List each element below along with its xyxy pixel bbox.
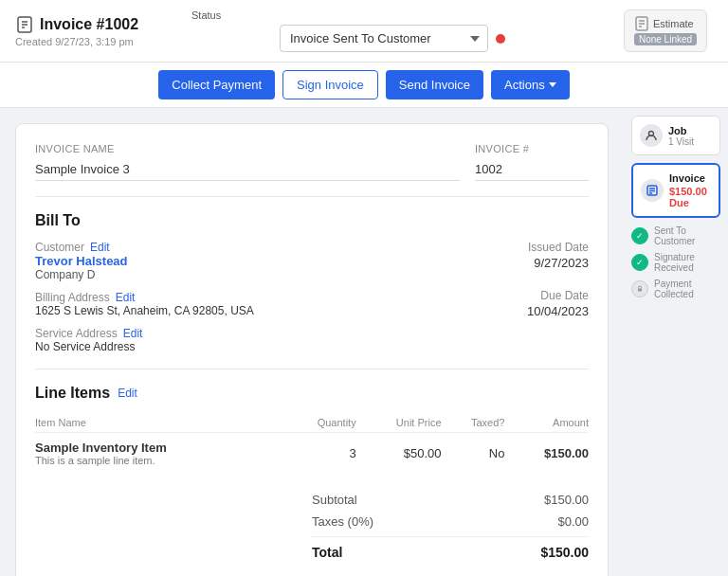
issued-date-value: 9/27/2023 [312,256,589,270]
total-row: Total $150.00 [312,536,589,564]
subtotal-label: Subtotal [312,493,357,507]
form-top-row: Invoice Name Invoice # [35,143,589,181]
estimate-icon [634,16,649,31]
created-date: Created 9/27/23, 3:19 pm [15,36,167,47]
service-address-edit-button[interactable]: Edit [123,327,143,340]
item-taxed: No [442,433,505,475]
item-name: Sample Inventory Item [35,441,282,455]
step-1-label: Sent To Customer [654,225,720,246]
invoice-card: Invoice Name Invoice # Bill To [15,123,609,576]
billing-address-label: Billing Address [35,291,110,304]
collect-payment-button[interactable]: Collect Payment [158,70,275,99]
billing-address-value: 1625 S Lewis St, Anaheim, CA 92805, USA [35,304,312,317]
status-select[interactable]: Invoice Sent To Customer [280,25,488,52]
invoice-icon [15,15,34,34]
invoice-card-header: Invoice $150.00 Due [641,172,711,208]
step-2-label: Signature Received [654,252,720,273]
job-card-subtitle: 1 Visit [668,136,694,147]
actions-button[interactable]: Actions [491,70,570,99]
invoice-title-text: Invoice #1002 [40,16,138,33]
total-label: Total [312,545,342,560]
header-center: Status Invoice Sent To Customer [182,9,603,52]
invoice-card-title: Invoice [669,172,711,184]
customer-label: Customer [35,241,84,254]
taxes-value: $0.00 [557,514,589,529]
sign-invoice-button[interactable]: Sign Invoice [282,70,378,99]
invoice-number-group: Invoice # [475,143,589,181]
right-sidebar: Job 1 Visit [624,108,728,576]
step-2-icon: ✓ [631,254,648,271]
item-desc: This is a sample line item. [35,455,282,466]
subtotal-row: Subtotal $150.00 [312,489,589,511]
app-layout: Invoice #1002 Created 9/27/23, 3:19 pm S… [0,0,728,576]
divider-1 [35,196,589,197]
due-date-value: 10/04/2023 [312,304,589,318]
divider-2 [35,369,589,369]
line-items-title: Line Items [35,385,110,402]
line-items-header: Line Items Edit [35,385,589,402]
workflow-step-1: ✓ Sent To Customer [631,225,720,246]
invoice-number-input[interactable] [475,158,589,181]
bill-right: Issued Date 9/27/2023 Due Date 10/04/202… [312,241,589,353]
estimate-title: Estimate [653,18,694,29]
item-unit-price: $50.00 [356,433,442,475]
subtotal-value: $150.00 [544,493,589,507]
company-name: Company D [35,268,312,281]
estimate-box: Estimate None Linked [624,9,707,52]
actions-bar: Collect Payment Sign Invoice Send Invoic… [0,63,728,108]
svg-rect-13 [638,289,642,292]
workflow-step-3: Payment Collected [631,279,720,299]
billing-address-edit-button[interactable]: Edit [116,291,136,304]
main-content: Invoice Name Invoice # Bill To [0,108,728,576]
bill-left: Customer Edit Trevor Halstead Company D … [35,241,312,353]
line-items-edit-button[interactable]: Edit [118,387,137,400]
billing-address-label-row: Billing Address Edit [35,291,312,304]
col-unit-price: Unit Price [356,413,442,433]
invoice-amount-due: $150.00 Due [669,186,711,208]
col-amount: Amount [504,413,589,433]
totals-section: Subtotal $150.00 Taxes (0%) $0.00 Total … [35,489,589,564]
step-1-icon: ✓ [631,227,648,244]
status-select-wrapper: Invoice Sent To Customer [280,25,505,52]
total-value: $150.00 [540,545,589,560]
invoice-name-label: Invoice Name [35,143,460,154]
customer-edit-button[interactable]: Edit [90,241,110,254]
header: Invoice #1002 Created 9/27/23, 3:19 pm S… [0,0,728,63]
job-card-title: Job [668,125,694,136]
job-icon [640,124,663,147]
issued-date-label: Issued Date [312,241,589,254]
item-name-cell: Sample Inventory Item This is a sample l… [35,433,282,475]
col-taxed: Taxed? [442,413,505,433]
due-date-label: Due Date [312,289,589,302]
invoice-body: Invoice Name Invoice # Bill To [0,108,624,576]
item-amount: $150.00 [504,433,589,475]
item-quantity: 3 [282,433,355,475]
job-card-header: Job 1 Visit [640,124,712,147]
send-invoice-button[interactable]: Send Invoice [386,70,483,99]
invoice-number-label: Invoice # [475,143,589,154]
taxes-row: Taxes (0%) $0.00 [312,511,589,532]
workflow-steps: ✓ Sent To Customer ✓ Signature Received … [631,225,720,299]
bill-to-title: Bill To [35,212,589,229]
table-header-row: Item Name Quantity Unit Price Taxed? Amo… [35,413,589,433]
table-row: Sample Inventory Item This is a sample l… [35,433,589,475]
col-quantity: Quantity [282,413,355,433]
status-label: Status [191,9,221,21]
invoice-card[interactable]: Invoice $150.00 Due [631,163,720,218]
bill-grid: Customer Edit Trevor Halstead Company D … [35,241,589,353]
taxes-label: Taxes (0%) [312,514,373,529]
bill-to-section: Bill To Customer Edit Trevor Halstead Co… [35,212,589,353]
service-address-label: Service Address [35,327,118,340]
header-left: Invoice #1002 Created 9/27/23, 3:19 pm [15,15,167,47]
status-dot [496,34,505,44]
workflow-step-2: ✓ Signature Received [631,252,720,273]
service-address-value: No Service Address [35,340,312,353]
customer-name: Trevor Halstead [35,254,312,268]
invoice-title-row: Invoice #1002 [15,15,167,34]
header-right: Estimate None Linked [618,9,713,52]
invoice-name-input[interactable] [35,158,460,181]
service-address-label-row: Service Address Edit [35,327,312,340]
col-item-name: Item Name [35,413,282,433]
step-3-icon [631,280,648,297]
invoice-sidebar-icon [641,179,664,202]
